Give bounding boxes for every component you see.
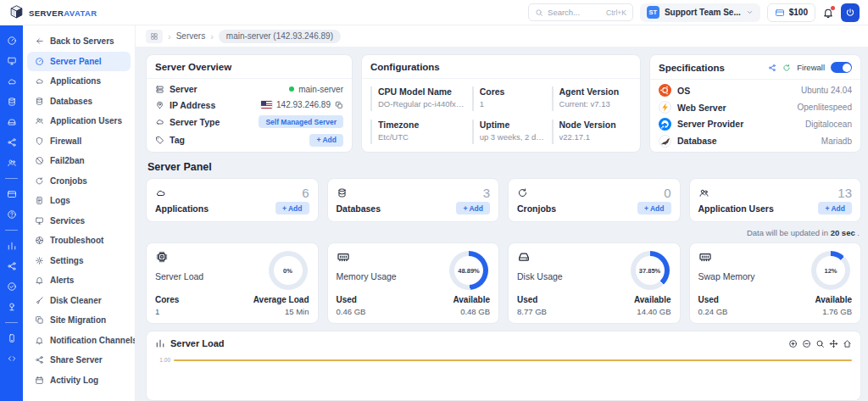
sidebar-back-to-servers[interactable]: Back to Servers <box>27 31 131 52</box>
sidebar-item-disk-cleaner[interactable]: Disk Cleaner <box>27 291 131 311</box>
config-node-version: Node Versionv22.17.1 <box>552 120 632 144</box>
breadcrumb-separator <box>210 31 214 42</box>
logo-text-primary: SERVER <box>29 8 64 18</box>
metric-card-disk-usage: Disk Usage 37.85% Used8.77 GB Available1… <box>508 242 681 324</box>
sidebar-item-settings[interactable]: Settings <box>27 251 131 271</box>
rail-item-dashboard[interactable] <box>7 36 17 46</box>
rail-item-help[interactable] <box>7 209 17 220</box>
users-icon <box>7 158 17 168</box>
cpu-icon <box>155 250 169 264</box>
add-database-button[interactable]: + Add <box>456 202 490 214</box>
code-icon <box>7 354 17 364</box>
overview-row-server-type: Server Type Self Managed Server <box>155 115 343 128</box>
rail-item-tools[interactable] <box>7 302 17 312</box>
rail-item-integrations[interactable] <box>7 261 17 271</box>
breadcrumb-current-server[interactable]: main-server (142.93.246.89) <box>219 30 341 43</box>
chart-pan-button[interactable] <box>829 339 838 348</box>
chart-zoom-in-button[interactable] <box>788 339 798 348</box>
sidebar-item-activity-log[interactable]: Activity Log <box>27 370 131 391</box>
breadcrumb-home[interactable] <box>146 30 163 43</box>
sidebar-item-troubleshoot[interactable]: Troubleshoot <box>27 231 131 251</box>
firewall-label: Firewall <box>797 63 825 72</box>
pump-icon <box>7 302 17 312</box>
rail-item-billing[interactable] <box>7 189 17 199</box>
sidebar-item-cronjobs[interactable]: Cronjobs <box>27 171 131 192</box>
pan-move-icon <box>829 339 838 348</box>
spec-row-os: OSUbuntu 24.04 <box>659 84 852 97</box>
rail-item-network[interactable] <box>7 137 17 148</box>
notification-dot <box>831 6 835 10</box>
logo-cube-icon <box>8 4 25 20</box>
share-specs-button[interactable] <box>768 64 776 72</box>
search-input[interactable] <box>548 8 602 17</box>
rail-item-panel[interactable] <box>7 56 17 66</box>
sidebar-item-notification-channels[interactable]: Notification Channels <box>27 331 131 351</box>
databases-count: 3 <box>483 186 490 200</box>
breadcrumb-servers[interactable]: Servers <box>176 31 205 41</box>
rail-item-api[interactable] <box>7 354 17 364</box>
status-dot <box>289 86 294 92</box>
mobile-icon <box>7 333 17 343</box>
monitor-icon <box>35 216 44 226</box>
add-application-button[interactable]: + Add <box>275 202 309 214</box>
home-icon <box>843 339 852 348</box>
sidebar-item-databases[interactable]: Databases <box>27 92 131 112</box>
sidebar-item-server-panel[interactable]: Server Panel <box>27 52 131 72</box>
rail-divider <box>5 230 18 231</box>
serveravatar-logo[interactable]: SERVERAVATAR <box>8 4 97 20</box>
copy-ip-button[interactable] <box>335 101 343 109</box>
chart-zoom-out-button[interactable] <box>802 339 811 348</box>
balance-amount: $100 <box>789 8 808 17</box>
main-content: Servers main-server (142.93.246.89) Serv… <box>136 25 868 401</box>
config-cpu-model: CPU Model NameDO-Regular pc-i440fx-6.1 C… <box>370 86 465 111</box>
config-uptime: Uptimeup 3 weeks, 2 days, 8 hours, ... <box>472 120 545 144</box>
sidebar-item-applications[interactable]: Applications <box>27 71 131 92</box>
sidebar: Back to Servers Server Panel Application… <box>23 25 136 401</box>
sidebar-item-fail2ban[interactable]: Fail2ban <box>27 151 131 171</box>
breadcrumb-separator <box>168 31 171 42</box>
firewall-toggle[interactable] <box>831 62 852 73</box>
add-tag-button[interactable]: + Add <box>309 134 343 147</box>
config-timezone: TimezoneEtc/UTC <box>370 120 465 144</box>
topbar-actions: Ctrl+K ST Support Team Se... $100 <box>528 3 860 22</box>
sidebar-item-services[interactable]: Services <box>27 211 131 231</box>
rail-item-analytics[interactable] <box>7 241 17 251</box>
migration-icon <box>35 315 44 325</box>
team-selector[interactable]: ST Support Team Se... <box>640 3 760 22</box>
rail-item-storage[interactable] <box>7 117 17 127</box>
sidebar-item-logs[interactable]: Logs <box>27 191 131 211</box>
rail-item-databases[interactable] <box>7 97 17 107</box>
digitalocean-icon <box>659 118 671 131</box>
chart-plot-area: 1.00 <box>155 357 852 363</box>
memory-usage-donut: 48.89% <box>449 251 488 290</box>
notifications-button[interactable] <box>822 7 834 19</box>
balance-button[interactable]: $100 <box>767 3 815 22</box>
config-cores: Cores1 <box>472 86 545 111</box>
ram-icon <box>698 250 712 264</box>
chart-selection-zoom-button[interactable] <box>815 339 825 348</box>
sidebar-item-application-users[interactable]: Application Users <box>27 111 131 131</box>
rail-item-applications[interactable] <box>7 76 17 86</box>
rail-item-status[interactable] <box>7 281 17 292</box>
database-icon <box>7 97 17 107</box>
refresh-icon <box>782 64 791 72</box>
config-agent-version: Agent VersionCurrent: v7.13 <box>552 86 632 111</box>
sidebar-item-firewall[interactable]: Firewall <box>27 131 131 152</box>
chart-title: Server Load <box>170 338 225 348</box>
sidebar-item-share-server[interactable]: Share Server <box>27 350 131 370</box>
window-icon <box>7 56 17 66</box>
zoom-out-icon <box>802 339 811 348</box>
server-load-chart-card: Server Load 1.00 <box>146 331 861 401</box>
global-search[interactable]: Ctrl+K <box>528 3 633 21</box>
sidebar-item-site-migration[interactable]: Site Migration <box>27 310 131 331</box>
server-icon <box>155 85 164 94</box>
rail-item-mobile[interactable] <box>7 333 17 343</box>
power-button[interactable] <box>841 3 860 22</box>
rail-item-users[interactable] <box>7 158 17 168</box>
add-cronjob-button[interactable]: + Add <box>637 202 671 214</box>
refresh-specs-button[interactable] <box>782 64 791 72</box>
chart-reset-button[interactable] <box>843 339 852 348</box>
spec-row-provider: Server ProviderDigitalocean <box>659 118 852 131</box>
add-application-user-button[interactable]: + Add <box>818 202 852 214</box>
sidebar-item-alerts[interactable]: Alerts <box>27 270 131 291</box>
